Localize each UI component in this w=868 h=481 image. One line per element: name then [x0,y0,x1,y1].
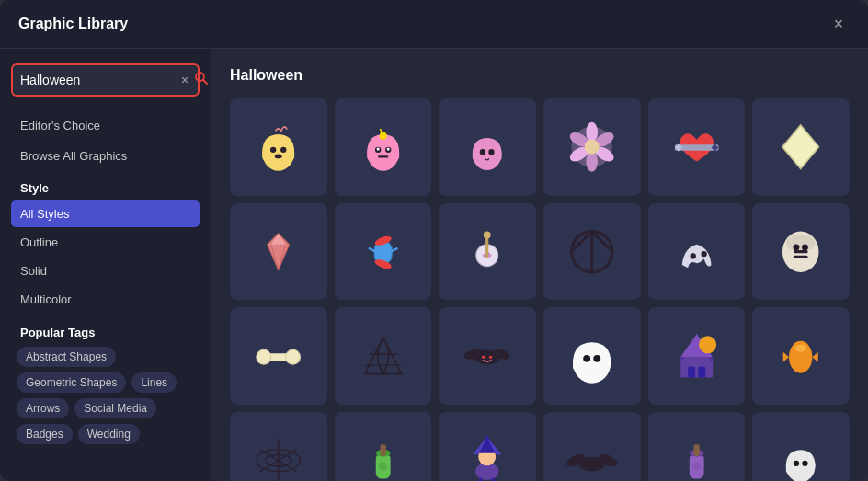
graphic-library-modal: Graphic Library × × Editor's Choice [0,0,868,481]
svg-point-40 [484,231,491,238]
svg-point-100 [794,461,799,466]
svg-line-1 [203,80,207,84]
graphic-cell-19[interactable] [230,412,327,481]
search-icon [194,71,209,86]
svg-point-62 [483,356,485,359]
svg-point-24 [585,140,600,155]
tag-badges[interactable]: Badges [17,424,73,444]
tag-arrows[interactable]: Arrows [17,398,69,418]
svg-point-47 [701,251,706,257]
graphic-cell-13[interactable] [230,307,327,405]
graphic-cell-9[interactable] [439,203,536,301]
tag-lines[interactable]: Lines [131,372,177,393]
tag-geometric-shapes[interactable]: Geometric Shapes [17,372,126,393]
graphic-cell-12[interactable] [752,203,850,301]
svg-rect-51 [794,255,808,258]
graphic-cell-6[interactable] [752,98,850,196]
svg-point-77 [795,345,807,352]
graphic-cell-15[interactable] [439,307,536,405]
graphic-cell-24[interactable] [752,412,850,481]
graphic-cell-14[interactable] [335,307,432,405]
svg-rect-97 [693,444,699,456]
graphic-cell-10[interactable] [543,203,641,301]
svg-line-13 [380,129,382,133]
svg-point-49 [786,234,816,251]
search-box: × [11,63,200,97]
svg-point-52 [794,245,799,250]
svg-rect-39 [486,237,489,258]
svg-rect-11 [378,155,388,157]
svg-point-98 [692,462,702,471]
svg-point-12 [380,132,387,140]
graphic-cell-23[interactable] [648,412,746,481]
search-input[interactable] [20,73,181,87]
graphics-grid [230,98,850,481]
svg-point-65 [583,355,590,362]
svg-rect-82 [380,444,385,456]
style-item-multicolor[interactable]: Multicolor [11,286,200,313]
sidebar: × Editor's Choice Browse All Graphics St… [0,49,211,481]
svg-point-3 [270,147,276,153]
modal-body: × Editor's Choice Browse All Graphics St… [0,49,868,481]
graphic-cell-1[interactable] [230,98,327,196]
svg-point-55 [257,350,271,365]
svg-point-4 [280,147,286,153]
tags-container: Abstract Shapes Geometric Shapes Lines A… [11,347,200,444]
svg-point-56 [286,350,301,365]
svg-rect-70 [688,367,695,378]
style-item-outline[interactable]: Outline [11,229,200,256]
graphic-cell-5[interactable] [648,98,746,196]
search-clear-button[interactable]: × [181,73,188,87]
svg-point-16 [489,149,495,155]
svg-point-66 [593,355,600,362]
sidebar-item-editors-choice[interactable]: Editor's Choice [11,111,200,140]
style-section-title: Style [11,172,200,200]
graphic-cell-7[interactable] [230,203,327,301]
svg-point-101 [803,461,808,466]
svg-point-10 [386,148,389,151]
svg-point-53 [803,245,808,250]
svg-marker-75 [783,352,789,362]
svg-point-18 [586,122,598,143]
style-item-solid[interactable]: Solid [11,258,200,284]
tags-section-title: Popular Tags [11,315,200,347]
modal-title: Graphic Library [18,16,128,32]
graphic-cell-8[interactable] [335,203,432,301]
svg-point-83 [379,462,388,471]
main-content: Halloween [211,49,868,481]
search-icon-button[interactable] [194,71,209,89]
svg-marker-76 [813,352,818,362]
modal-header: Graphic Library × [0,0,868,49]
svg-point-46 [690,253,695,258]
tag-wedding[interactable]: Wedding [78,424,140,444]
graphic-cell-18[interactable] [752,307,850,405]
svg-point-21 [586,152,598,172]
graphic-cell-2[interactable] [335,98,432,196]
style-item-all-styles[interactable]: All Styles [11,200,200,227]
svg-rect-50 [794,250,808,253]
graphic-cell-22[interactable] [543,412,641,481]
graphic-cell-3[interactable] [439,98,536,196]
tag-abstract-shapes[interactable]: Abstract Shapes [17,347,116,367]
graphic-cell-16[interactable] [543,307,641,405]
svg-point-69 [699,337,716,354]
svg-point-5 [275,155,282,159]
sidebar-item-browse-all[interactable]: Browse All Graphics [11,142,200,170]
svg-point-63 [490,356,493,359]
svg-point-9 [376,148,379,151]
svg-rect-67 [680,358,713,378]
svg-point-15 [480,149,485,155]
graphic-cell-21[interactable] [439,412,536,481]
close-button[interactable]: × [828,13,850,35]
graphic-cell-11[interactable] [648,203,746,301]
section-title: Halloween [230,67,850,84]
graphic-cell-20[interactable] [335,412,432,481]
tag-social-media[interactable]: Social Media [74,398,156,418]
svg-marker-28 [782,125,819,169]
graphic-cell-17[interactable] [648,307,746,405]
graphic-cell-4[interactable] [543,98,641,196]
svg-rect-71 [698,367,705,378]
